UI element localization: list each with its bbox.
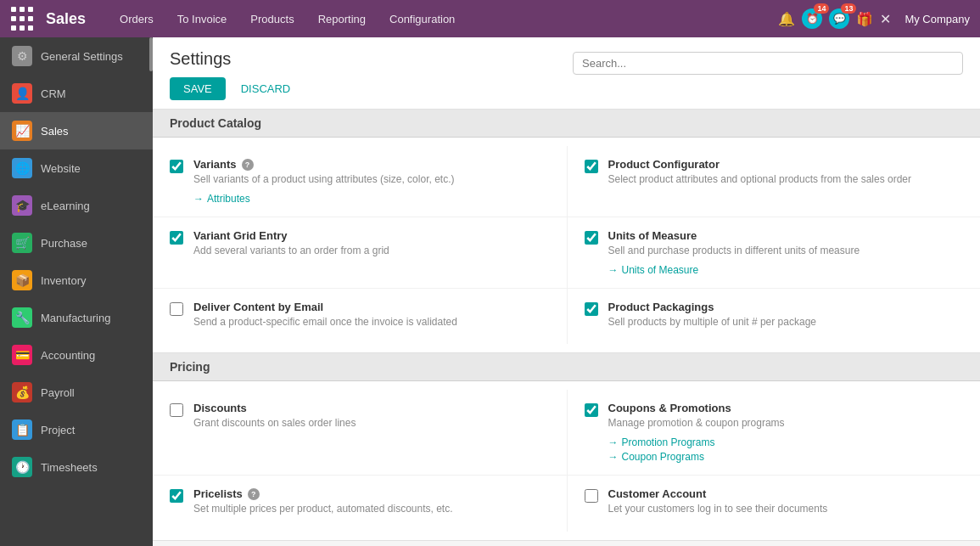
company-name: My Company (904, 13, 970, 25)
brand-name[interactable]: Sales (46, 10, 86, 28)
coupons-promotions-desc: Manage promotion & coupon programs (608, 416, 964, 431)
sidebar-label-manufacturing: Manufacturing (41, 312, 110, 324)
setting-info: Discounts Grant discounts on sales order… (193, 402, 550, 434)
product-configurator-checkbox[interactable] (585, 160, 598, 173)
customer-account-desc: Let your customers log in to see their d… (608, 502, 964, 516)
setting-title-pricelists: Pricelists ? (193, 487, 550, 500)
sales-icon: 📈 (12, 121, 32, 141)
section-header-product-catalog: Product Catalog (153, 110, 980, 138)
manufacturing-icon: 🔧 (12, 307, 32, 328)
product-packagings-checkbox[interactable] (585, 302, 598, 316)
gear-icon: ⚙ (12, 46, 32, 66)
pricelists-checkbox[interactable] (170, 489, 183, 503)
discard-button[interactable]: DISCARD (232, 77, 300, 100)
sidebar-item-crm[interactable]: 👤 CRM (0, 75, 153, 112)
chat-badge-icon[interactable]: 💬13 (829, 8, 849, 29)
sidebar-item-purchase[interactable]: 🛒 Purchase (0, 224, 153, 262)
sidebar-item-project[interactable]: 📋 Project (0, 411, 153, 448)
crm-icon: 👤 (12, 83, 32, 104)
variant-grid-entry-checkbox[interactable] (170, 231, 183, 245)
accounting-icon: 💳 (12, 345, 32, 365)
setting-variants: Variants ? Sell variants of a product us… (153, 146, 567, 217)
variants-checkbox[interactable] (170, 160, 183, 173)
setting-coupons-promotions: Coupons & Promotions Manage promotion & … (567, 390, 981, 475)
payroll-icon: 💰 (12, 382, 32, 402)
sidebar-item-inventory[interactable]: 📦 Inventory (0, 262, 153, 299)
header-actions: SAVE DISCARD (170, 77, 963, 100)
sidebar-item-payroll[interactable]: 💰 Payroll (0, 374, 153, 411)
sidebar-item-accounting[interactable]: 💳 Accounting (0, 336, 153, 374)
setting-info: Product Packagings Sell products by mult… (608, 301, 964, 333)
coupon-programs-link[interactable]: Coupon Programs (608, 451, 704, 463)
section-body-product-catalog: Variants ? Sell variants of a product us… (153, 138, 980, 353)
setting-product-configurator: Product Configurator Select product attr… (567, 146, 981, 217)
settings-content: Product Catalog Variants ? Sell variant (153, 110, 980, 541)
menu-configuration[interactable]: Configuration (379, 8, 465, 31)
gift-icon[interactable]: 🎁 (856, 11, 873, 27)
sidebar-item-elearning[interactable]: 🎓 eLearning (0, 187, 153, 224)
sidebar-item-timesheets[interactable]: 🕐 Timesheets (0, 448, 153, 486)
save-button[interactable]: SAVE (170, 77, 226, 100)
bell-icon[interactable]: 🔔 (778, 11, 795, 27)
section-pricing: Pricing Discounts Grant discounts on sal… (153, 353, 980, 541)
units-of-measure-checkbox[interactable] (585, 231, 598, 245)
setting-title-product-configurator: Product Configurator (608, 158, 964, 171)
coupons-promotions-checkbox[interactable] (585, 403, 598, 417)
setting-info: Customer Account Let your customers log … (608, 487, 964, 520)
setting-info: Variants ? Sell variants of a product us… (193, 158, 550, 205)
setting-info: Product Configurator Select product attr… (608, 158, 964, 190)
badge-13: 13 (841, 3, 856, 14)
attributes-link[interactable]: Attributes (193, 193, 250, 205)
variants-help-icon[interactable]: ? (242, 159, 254, 171)
sidebar-label-crm: CRM (41, 87, 66, 100)
menu-reporting[interactable]: Reporting (308, 8, 376, 31)
setting-deliver-content-by-email: Deliver Content by Email Send a product-… (153, 289, 567, 345)
nav-icons: 🔔 ⏰14 💬13 🎁 ✕ My Company (778, 8, 970, 29)
setting-units-of-measure: Units of Measure Sell and purchase produ… (567, 217, 981, 288)
sidebar-label-timesheets: Timesheets (41, 461, 98, 474)
scrollbar[interactable] (149, 37, 153, 71)
discounts-desc: Grant discounts on sales order lines (193, 416, 550, 431)
app-grid-icon[interactable] (10, 5, 37, 32)
setting-pricelists: Pricelists ? Set multiple prices per pro… (153, 476, 567, 532)
settings-row: Deliver Content by Email Send a product-… (153, 289, 980, 345)
sidebar-item-general-settings[interactable]: ⚙ General Settings (0, 37, 153, 75)
deliver-content-checkbox[interactable] (170, 302, 183, 316)
section-product-catalog: Product Catalog Variants ? Sell variant (153, 110, 980, 353)
section-header-pricing: Pricing (153, 353, 980, 381)
project-icon: 📋 (12, 419, 32, 440)
website-icon: 🌐 (12, 158, 32, 178)
sidebar-label-accounting: Accounting (41, 349, 95, 362)
search-input[interactable] (573, 52, 963, 75)
units-of-measure-link[interactable]: Units of Measure (608, 264, 699, 276)
sidebar-item-sales[interactable]: 📈 Sales (0, 112, 153, 149)
promotion-programs-link[interactable]: Promotion Programs (608, 436, 715, 448)
discounts-checkbox[interactable] (170, 403, 183, 417)
badge-14: 14 (814, 3, 829, 14)
settings-row: Variant Grid Entry Add several variants … (153, 217, 980, 289)
setting-title-deliver-content: Deliver Content by Email (193, 301, 550, 313)
customer-account-checkbox[interactable] (585, 489, 598, 503)
section-body-pricing: Discounts Grant discounts on sales order… (153, 381, 980, 541)
top-navigation: Sales Orders To Invoice Products Reporti… (0, 0, 980, 37)
deliver-content-desc: Send a product-specific email once the i… (193, 315, 550, 329)
sidebar-item-manufacturing[interactable]: 🔧 Manufacturing (0, 299, 153, 336)
setting-title-customer-account: Customer Account (608, 487, 964, 500)
top-menu: Orders To Invoice Products Reporting Con… (109, 8, 778, 31)
sidebar-label-general-settings: General Settings (41, 50, 123, 63)
setting-product-packagings: Product Packagings Sell products by mult… (567, 289, 981, 345)
menu-products[interactable]: Products (240, 8, 304, 31)
close-icon[interactable]: ✕ (880, 11, 891, 27)
page-title: Settings (170, 49, 231, 69)
clock-badge-icon[interactable]: ⏰14 (802, 8, 822, 29)
setting-info: Pricelists ? Set multiple prices per pro… (193, 487, 550, 520)
setting-title-variants: Variants ? (193, 158, 550, 171)
menu-orders[interactable]: Orders (109, 8, 164, 31)
setting-info: Coupons & Promotions Manage promotion & … (608, 402, 964, 463)
setting-customer-account: Customer Account Let your customers log … (567, 476, 981, 532)
setting-title-product-packagings: Product Packagings (608, 301, 964, 313)
menu-to-invoice[interactable]: To Invoice (167, 8, 238, 31)
pricelists-help-icon[interactable]: ? (248, 488, 260, 500)
sidebar-item-website[interactable]: 🌐 Website (0, 149, 153, 187)
settings-row: Pricelists ? Set multiple prices per pro… (153, 476, 980, 532)
